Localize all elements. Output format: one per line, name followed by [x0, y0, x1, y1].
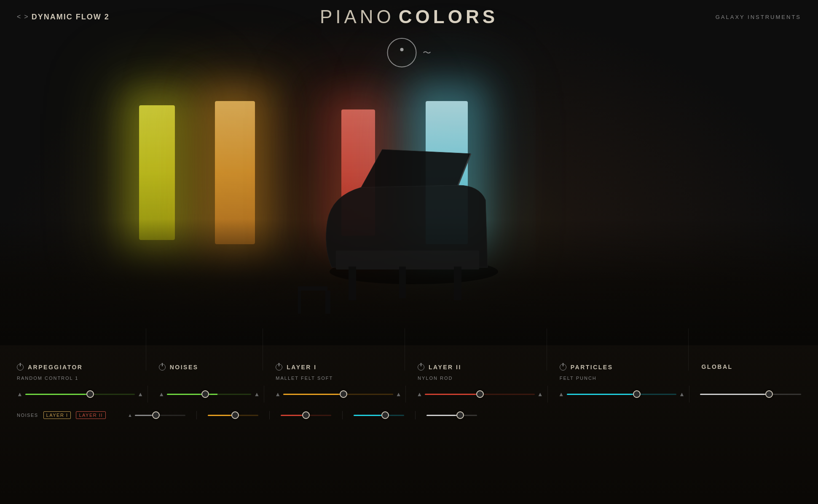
noises-section-header: NOISES: [150, 364, 259, 371]
layer2-label: LAYER II: [429, 364, 461, 371]
sub-labels-row: RANDOM CONTROL 1 MALLET FELT SOFT NYLON …: [0, 371, 818, 381]
header: < > DYNAMIC FLOW 2 PIANO COLORS GALAXY I…: [0, 0, 818, 34]
noises-slider-block: ▲ ▲: [152, 391, 260, 397]
particles-power-button[interactable]: [560, 364, 566, 371]
divider-2: [263, 328, 263, 371]
sliders-row: ▲ ▲ ▲ ▲ ▲ ▲ ▲ ▲: [0, 381, 818, 407]
secondary-arp-slider[interactable]: [135, 415, 185, 416]
waveform-display: 〜: [387, 38, 431, 67]
noises-slider[interactable]: [167, 394, 251, 395]
tag-noises: NOISES: [17, 413, 38, 418]
second-slider-row: ▲: [128, 411, 801, 419]
layer1-slider-arrow-right[interactable]: ▲: [396, 391, 402, 397]
layer2-sub-label: NYLON ROD: [418, 376, 453, 381]
arp-slider[interactable]: [25, 394, 135, 395]
slider-divider-2: [264, 386, 264, 403]
noises-slider-arrow-right[interactable]: ▲: [254, 391, 260, 397]
sec-div-1: [196, 411, 197, 419]
brand-name: GALAXY INSTRUMENTS: [716, 14, 801, 20]
divider-3: [405, 328, 405, 371]
particles-label: PARTICLES: [571, 364, 613, 371]
tag-row: NOISES LAYER I LAYER II ▲: [0, 407, 818, 424]
noises-slider-arrow-left[interactable]: ▲: [158, 391, 164, 397]
slider-divider-5: [689, 386, 689, 403]
layer2-slider-arrow-right[interactable]: ▲: [537, 391, 543, 397]
layer1-slider[interactable]: [283, 394, 393, 395]
layer1-power-button[interactable]: [276, 364, 282, 371]
main-knob[interactable]: [387, 38, 416, 67]
arp-label: ARPEGGIATOR: [28, 364, 83, 371]
particles-slider-arrow-left[interactable]: ▲: [558, 391, 564, 397]
arp-slider-arrow-right[interactable]: ▲: [137, 391, 143, 397]
spacer-3: [405, 374, 405, 381]
secondary-global-slider[interactable]: [426, 415, 477, 416]
sec-div-4: [415, 411, 416, 419]
layer1-sub-block: MALLET FELT SOFT: [267, 374, 400, 381]
layer2-slider[interactable]: [425, 394, 534, 395]
sec-div-3: [342, 411, 343, 419]
layer2-slider-arrow-left[interactable]: ▲: [416, 391, 422, 397]
global-slider[interactable]: [700, 394, 801, 395]
tag-layer2[interactable]: LAYER II: [76, 411, 105, 419]
arp-slider-block: ▲ ▲: [17, 391, 143, 397]
global-slider-block: [694, 394, 801, 395]
layer2-power-button[interactable]: [418, 364, 424, 371]
divider-4: [547, 328, 547, 371]
svg-rect-3: [349, 267, 356, 300]
layer2-section-header: LAYER II: [409, 364, 542, 371]
arp-sub-block: RANDOM CONTROL 1: [17, 374, 142, 381]
slider-divider-3: [405, 386, 406, 403]
app-title: PIANO COLORS: [320, 6, 498, 27]
svg-rect-5: [399, 267, 406, 298]
title-colors: COLORS: [399, 6, 498, 27]
spacer-4: [547, 374, 547, 381]
particles-slider[interactable]: [567, 394, 676, 395]
particles-section-header: PARTICLES: [551, 364, 684, 371]
global-sub-block: [693, 374, 801, 381]
spacer-1: [146, 374, 146, 381]
divider-1: [146, 328, 146, 371]
waveform-icon: 〜: [423, 47, 431, 59]
tag-layer1[interactable]: LAYER I: [43, 411, 71, 419]
secondary-layer2-slider[interactable]: [281, 415, 331, 416]
svg-rect-4: [454, 267, 461, 300]
particles-slider-block: ▲ ▲: [552, 391, 685, 397]
svg-rect-7: [298, 291, 301, 314]
spacer-2: [263, 374, 263, 381]
secondary-particles-slider[interactable]: [354, 415, 404, 416]
noises-power-button[interactable]: [159, 364, 166, 371]
spacer-5: [688, 374, 689, 381]
layer1-slider-arrow-left[interactable]: ▲: [275, 391, 281, 397]
arp-slider-arrow-left[interactable]: ▲: [17, 391, 23, 397]
noises-sub-block: [150, 374, 259, 381]
slider-divider-4: [547, 386, 548, 403]
secondary-layer1-slider[interactable]: [208, 415, 258, 416]
sec-div-2: [269, 411, 270, 419]
layer1-label: LAYER I: [287, 364, 316, 371]
global-label: GLOBAL: [701, 363, 732, 370]
layer1-sub-label: MALLET FELT SOFT: [276, 376, 333, 381]
global-section-header: GLOBAL: [693, 363, 801, 371]
svg-rect-6: [298, 286, 327, 291]
slider-divider-1: [148, 386, 148, 403]
bottom-panel: ARPEGGIATOR NOISES LAYER I LAYER II PART: [0, 345, 818, 504]
preset-name-label: DYNAMIC FLOW 2: [32, 13, 110, 21]
second-slider-arrow[interactable]: ▲: [128, 413, 132, 418]
particles-slider-arrow-right[interactable]: ▲: [679, 391, 685, 397]
piano-silhouette: [298, 137, 530, 314]
arp-power-button[interactable]: [17, 364, 24, 371]
noises-label: NOISES: [170, 364, 198, 371]
title-piano: PIANO: [320, 6, 394, 27]
nav-prev-button[interactable]: <: [17, 13, 21, 21]
nav-next-button[interactable]: >: [24, 13, 28, 21]
nav-preset-area: < > DYNAMIC FLOW 2: [17, 13, 110, 21]
svg-rect-8: [325, 291, 330, 314]
arp-section-header: ARPEGGIATOR: [17, 364, 142, 371]
section-titles-row: ARPEGGIATOR NOISES LAYER I LAYER II PART: [0, 345, 818, 371]
main-container: < > DYNAMIC FLOW 2 PIANO COLORS GALAXY I…: [0, 0, 818, 504]
layer1-section-header: LAYER I: [267, 364, 400, 371]
layer2-slider-block: ▲ ▲: [410, 391, 543, 397]
arp-sub-label: RANDOM CONTROL 1: [17, 376, 79, 381]
divider-5: [688, 328, 689, 371]
layer1-slider-block: ▲ ▲: [268, 391, 401, 397]
